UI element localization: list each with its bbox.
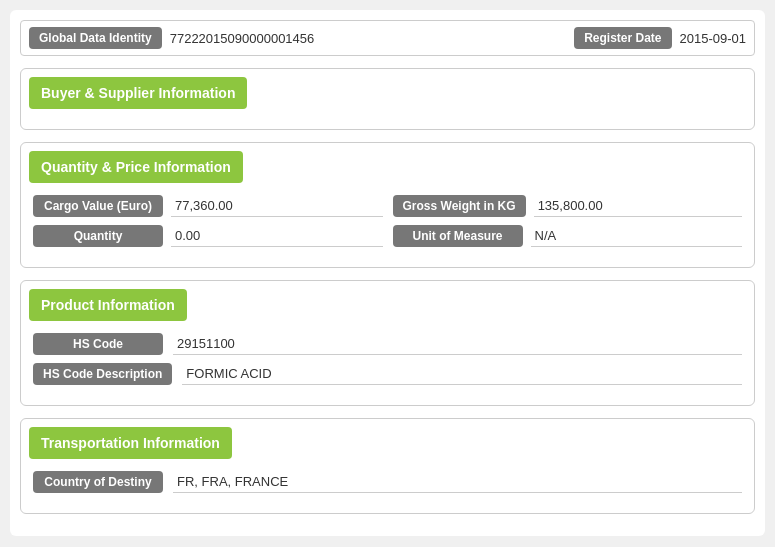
country-value: FR, FRA, FRANCE <box>173 471 742 493</box>
product-section: Product Information HS Code 29151100 HS … <box>20 280 755 406</box>
cargo-gross-row: Cargo Value (Euro) 77,360.00 Gross Weigh… <box>33 195 742 217</box>
register-date-value: 2015-09-01 <box>680 31 747 46</box>
cargo-label: Cargo Value (Euro) <box>33 195 163 217</box>
cargo-value: 77,360.00 <box>171 195 383 217</box>
buyer-supplier-section: Buyer & Supplier Information <box>20 68 755 130</box>
quantity-value: 0.00 <box>171 225 383 247</box>
transportation-title: Transportation Information <box>29 427 232 459</box>
unit-col: Unit of Measure N/A <box>393 225 743 247</box>
hs-desc-label: HS Code Description <box>33 363 172 385</box>
cargo-col: Cargo Value (Euro) 77,360.00 <box>33 195 383 217</box>
buyer-supplier-body <box>21 117 754 129</box>
country-row: Country of Destiny FR, FRA, FRANCE <box>33 471 742 493</box>
gdi-value: 77222015090000001456 <box>170 31 566 46</box>
country-label: Country of Destiny <box>33 471 163 493</box>
gross-value: 135,800.00 <box>534 195 742 217</box>
header-row: Global Data Identity 7722201509000000145… <box>20 20 755 56</box>
hs-code-value: 29151100 <box>173 333 742 355</box>
transportation-body: Country of Destiny FR, FRA, FRANCE <box>21 467 754 513</box>
main-container: Global Data Identity 7722201509000000145… <box>10 10 765 536</box>
hs-desc-value: FORMIC ACID <box>182 363 742 385</box>
quantity-label: Quantity <box>33 225 163 247</box>
quantity-unit-row: Quantity 0.00 Unit of Measure N/A <box>33 225 742 247</box>
gdi-label: Global Data Identity <box>29 27 162 49</box>
unit-value: N/A <box>531 225 743 247</box>
gross-label: Gross Weight in KG <box>393 195 526 217</box>
quantity-price-section: Quantity & Price Information Cargo Value… <box>20 142 755 268</box>
unit-label: Unit of Measure <box>393 225 523 247</box>
transportation-section: Transportation Information Country of De… <box>20 418 755 514</box>
product-title: Product Information <box>29 289 187 321</box>
quantity-price-title: Quantity & Price Information <box>29 151 243 183</box>
hs-code-label: HS Code <box>33 333 163 355</box>
register-date-label: Register Date <box>574 27 671 49</box>
hs-code-row: HS Code 29151100 <box>33 333 742 355</box>
product-body: HS Code 29151100 HS Code Description FOR… <box>21 329 754 405</box>
hs-desc-row: HS Code Description FORMIC ACID <box>33 363 742 385</box>
gross-col: Gross Weight in KG 135,800.00 <box>393 195 743 217</box>
buyer-supplier-title: Buyer & Supplier Information <box>29 77 247 109</box>
quantity-col: Quantity 0.00 <box>33 225 383 247</box>
quantity-price-body: Cargo Value (Euro) 77,360.00 Gross Weigh… <box>21 191 754 267</box>
